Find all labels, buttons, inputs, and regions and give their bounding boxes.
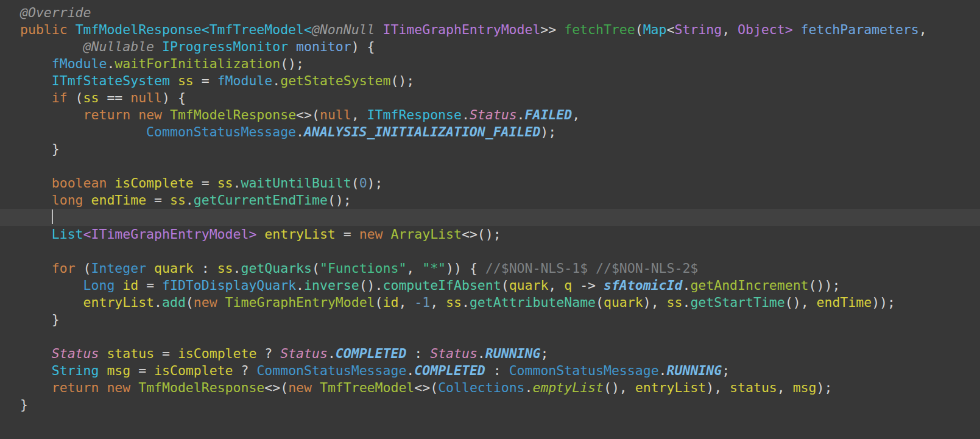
token-pun: ?	[256, 346, 280, 361]
token-pun	[793, 22, 801, 37]
token-pun: .	[328, 346, 336, 361]
token-str: "Functions"	[320, 261, 406, 276]
token-pun: :	[194, 261, 217, 276]
code-editor[interactable]: @Overridepublic TmfModelResponse<TmfTree…	[0, 0, 980, 439]
token-pun: =	[138, 278, 162, 293]
token-imeth: getCurrentEndTime	[194, 192, 328, 208]
token-gen: Object>	[738, 22, 793, 37]
code-line[interactable]: }	[0, 396, 980, 413]
token-pun: ();	[280, 56, 304, 71]
code-line[interactable]: @Nullable IProgressMonitor monitor) {	[0, 38, 980, 55]
token-pun: <>(	[264, 380, 288, 395]
token-pun: (	[351, 175, 359, 191]
code-line[interactable]: return new TmfModelResponse<>(new TmfTre…	[0, 379, 980, 396]
token-kw: new	[194, 295, 217, 310]
code-line[interactable]: public TmfModelResponse<TmfTreeModel<@No…	[0, 21, 980, 38]
token-meth: TmfModelResponse	[138, 380, 264, 395]
code-line[interactable]: String msg = isComplete ? CommonStatusMe…	[0, 362, 980, 379]
token-pun: ();	[328, 192, 351, 208]
token-pun: .	[233, 175, 241, 191]
code-line[interactable]	[0, 328, 980, 345]
token-pun	[154, 39, 162, 54]
token-var: ss	[446, 295, 462, 310]
code-line[interactable]: Status status = isComplete ? Status.COMP…	[0, 345, 980, 362]
code-line[interactable]: Long id = fIDToDisplayQuark.inverse().co…	[0, 277, 980, 294]
token-var: ss	[217, 261, 233, 276]
token-pun: =	[336, 227, 359, 242]
token-var: msg	[793, 380, 817, 395]
token-kw: if	[52, 90, 68, 105]
token-cls: Long	[83, 278, 115, 293]
token-meth: ArrayList	[390, 227, 462, 242]
token-typ: IProgressMonitor	[162, 39, 288, 54]
token-pun: ();	[390, 73, 414, 88]
token-pun	[20, 278, 83, 293]
token-pun: ,	[722, 22, 738, 37]
token-kw: new	[138, 107, 162, 122]
token-fld: fModule	[217, 73, 273, 88]
code-line[interactable]: boolean isComplete = ss.waitUntilBuilt(0…	[0, 175, 980, 192]
code-line[interactable]: for (Integer quark : ss.getQuarks("Funct…	[0, 260, 980, 277]
token-pun	[375, 22, 383, 37]
token-pun: (),	[785, 295, 817, 310]
token-cls: Collections	[438, 380, 524, 395]
token-imeth: computeIfAbsent	[383, 278, 501, 293]
token-var: status	[730, 380, 777, 395]
token-pun	[312, 380, 320, 395]
token-pun: }	[20, 312, 60, 327]
code-line[interactable]: @Override	[0, 4, 980, 21]
token-decl: fetchTree	[564, 22, 635, 37]
token-var: ss	[178, 73, 194, 88]
code-line[interactable]: ITmfStateSystem ss = fModule.getStateSys…	[0, 72, 980, 90]
token-pun: .	[478, 346, 485, 361]
code-line[interactable]: return new TmfModelResponse<>(null, ITmf…	[0, 107, 980, 124]
code-line[interactable]: fModule.waitForInitialization();	[0, 55, 980, 72]
code-line[interactable]: CommonStatusMessage.ANALYSIS_INITIALIZAT…	[0, 124, 980, 141]
token-pun: =	[154, 346, 178, 361]
token-pun	[20, 56, 52, 71]
token-pun: ));	[872, 295, 895, 310]
token-pun: (	[312, 261, 320, 276]
token-pun	[382, 227, 390, 242]
token-pun: (	[501, 278, 509, 293]
code-line[interactable]: }	[0, 141, 980, 158]
code-line[interactable]: if (ss == null) {	[0, 90, 980, 107]
token-pun	[20, 380, 52, 395]
token-gen: String	[674, 22, 722, 37]
token-pun	[20, 39, 83, 54]
code-line[interactable]: entryList.add(new TimeGraphEntryModel(id…	[0, 294, 980, 311]
token-cls: CommonStatusMessage	[509, 363, 659, 378]
token-pun: :	[406, 346, 430, 361]
code-line[interactable]: }	[0, 311, 980, 328]
token-kw: long	[52, 192, 83, 208]
token-pun: =	[146, 192, 170, 208]
code-line[interactable]: List<ITimeGraphEntryModel> entryList = n…	[0, 226, 980, 243]
token-meth: TmfModelResponse	[170, 107, 296, 122]
token-pun: )) {	[446, 261, 485, 276]
token-var: quark	[604, 295, 643, 310]
token-pun: ==	[99, 90, 130, 105]
token-pun	[130, 107, 138, 122]
code-line[interactable]: long endTime = ss.getCurrentEndTime();	[0, 192, 980, 209]
code-line[interactable]	[0, 243, 980, 260]
token-ann: @NonNull	[312, 22, 375, 37]
token-imeth: add	[162, 295, 186, 310]
token-const: COMPLETED	[336, 346, 407, 361]
token-typ: TmfModelResponse<TmfTreeModel<	[76, 22, 312, 37]
token-pun	[20, 107, 83, 122]
token-pun	[99, 363, 107, 378]
code-line-current[interactable]	[0, 209, 980, 226]
token-imeth: getQuarks	[241, 261, 312, 276]
token-pun: .	[154, 295, 162, 310]
token-pun: ;	[722, 363, 730, 378]
token-var: entryList	[83, 295, 155, 310]
code-line[interactable]	[0, 158, 980, 175]
token-pun	[256, 227, 264, 242]
token-pun	[130, 380, 138, 395]
token-var: ss	[83, 90, 99, 105]
token-pun: ());	[809, 278, 841, 293]
token-const: sfAtomicId	[604, 278, 682, 293]
token-pun: .	[296, 124, 304, 139]
token-str: "*"	[422, 261, 446, 276]
token-pun	[20, 209, 52, 225]
